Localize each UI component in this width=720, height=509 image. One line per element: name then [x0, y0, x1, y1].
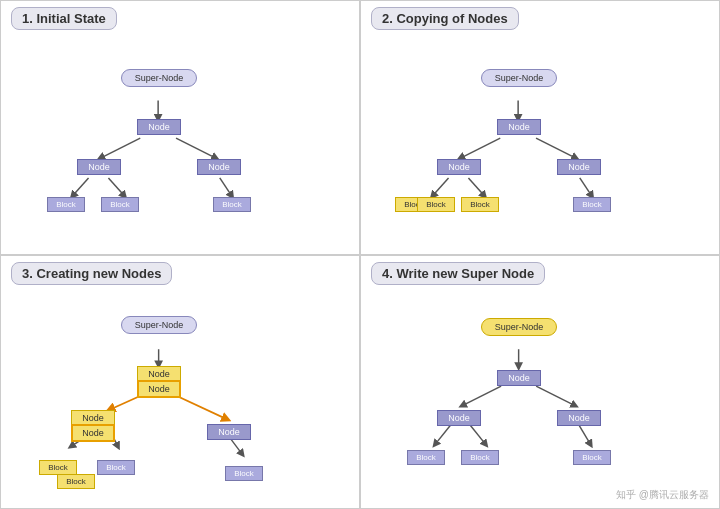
- svg-line-9: [433, 178, 449, 196]
- sn2-node-right: Node: [557, 159, 601, 175]
- sn1-node-left: Node: [77, 159, 121, 175]
- svg-line-4: [108, 178, 124, 196]
- svg-line-17: [231, 438, 243, 454]
- diagram-2: Super-Node Node Node Node Block Block Bl…: [361, 1, 719, 254]
- sn2-node-top: Node: [497, 119, 541, 135]
- svg-line-2: [176, 138, 216, 158]
- sn2-block2: Block: [461, 197, 499, 212]
- svg-line-8: [536, 138, 576, 158]
- svg-line-22: [470, 424, 486, 443]
- sn1-node-right: Node: [197, 159, 241, 175]
- sn2-block3: Block: [573, 197, 611, 212]
- sn1-block1: Block: [47, 197, 85, 212]
- sn1-block3: Block: [213, 197, 251, 212]
- sn3-node-right: Node: [207, 424, 251, 440]
- sn3-supernode: Super-Node: [121, 316, 197, 334]
- diagram-1: Super-Node Node Node Node Block Block Bl…: [1, 1, 359, 254]
- sn4-node-top: Node: [497, 370, 541, 386]
- svg-line-23: [579, 424, 591, 443]
- sn3-block1: Block: [39, 460, 77, 475]
- sn4-block1: Block: [407, 450, 445, 465]
- sn2-node-left: Node: [437, 159, 481, 175]
- sn4-supernode: Super-Node: [481, 318, 557, 336]
- sn2-supernode: Super-Node: [481, 69, 557, 87]
- svg-line-7: [460, 138, 500, 158]
- cell-creating: 3. Creating new Nodes: [0, 255, 360, 510]
- sn4-node-right: Node: [557, 410, 601, 426]
- cell-initial-state: 1. Initial State: [0, 0, 360, 255]
- sn3-block1b: Block: [57, 474, 95, 489]
- sn1-supernode: Super-Node: [121, 69, 197, 87]
- svg-line-3: [73, 178, 89, 196]
- main-grid: 1. Initial State: [0, 0, 720, 509]
- diagram-4: Super-Node Node Node Node Block Block Bl…: [361, 256, 719, 509]
- sn3-node-left-new: Node: [71, 424, 115, 442]
- sn3-node-new: Node: [137, 380, 181, 398]
- svg-line-19: [462, 386, 501, 405]
- svg-line-10: [468, 178, 484, 196]
- cell-write-super: 4. Write new Super Node Super-Node Node …: [360, 255, 720, 510]
- sn4-block2: Block: [461, 450, 499, 465]
- cell-copying: 2. Copying of Nodes Super-Node Node Node…: [360, 0, 720, 255]
- diagram-3: Super-Node Node Node Node Node Node Bloc…: [1, 256, 359, 509]
- svg-line-5: [220, 178, 232, 196]
- sn4-node-left: Node: [437, 410, 481, 426]
- svg-line-1: [100, 138, 140, 158]
- svg-line-21: [435, 424, 451, 443]
- svg-line-20: [536, 386, 575, 405]
- sn2-block1-orig: Block: [417, 197, 455, 212]
- sn3-block3: Block: [225, 466, 263, 481]
- sn1-node-top: Node: [137, 119, 181, 135]
- sn3-block2: Block: [97, 460, 135, 475]
- sn4-block3: Block: [573, 450, 611, 465]
- sn1-block2: Block: [101, 197, 139, 212]
- svg-line-11: [580, 178, 592, 196]
- watermark: 知乎 @腾讯云服务器: [616, 488, 709, 502]
